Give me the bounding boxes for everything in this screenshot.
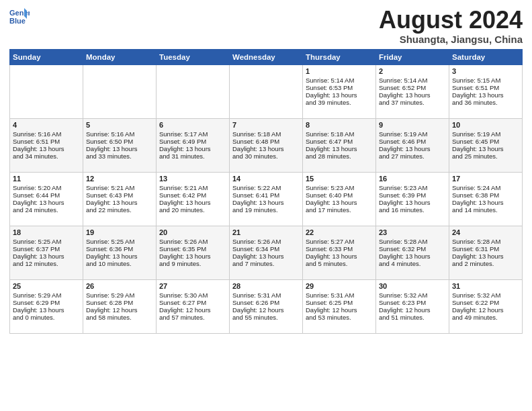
day-number: 13 — [159, 175, 226, 183]
cell-text: Sunset: 6:27 PM — [159, 299, 226, 306]
cell-text: Sunrise: 5:19 AM — [452, 130, 519, 138]
col-wednesday: Wednesday — [230, 49, 303, 64]
cell-text: Sunset: 6:43 PM — [86, 191, 153, 199]
day-number: 3 — [452, 67, 519, 75]
cell-text: Daylight: 13 hours — [452, 145, 519, 152]
cell-text: Sunrise: 5:14 AM — [379, 77, 446, 84]
cell-text: Sunset: 6:46 PM — [379, 138, 446, 145]
cell-text: Sunset: 6:47 PM — [306, 138, 373, 145]
day-number: 16 — [379, 175, 446, 183]
cell-text: Daylight: 13 hours — [306, 199, 373, 206]
calendar-cell: 14Sunrise: 5:22 AMSunset: 6:41 PMDayligh… — [230, 172, 303, 226]
cell-text: Sunrise: 5:16 AM — [13, 130, 80, 138]
cell-text: and 34 minutes. — [13, 152, 80, 160]
calendar-cell: 19Sunrise: 5:25 AMSunset: 6:36 PMDayligh… — [83, 226, 157, 279]
cell-text: Sunrise: 5:31 AM — [306, 291, 373, 299]
cell-text: Sunset: 6:48 PM — [232, 138, 300, 145]
cell-text: Daylight: 13 hours — [13, 145, 80, 152]
cell-text: Daylight: 13 hours — [232, 199, 300, 206]
cell-text: Sunrise: 5:32 AM — [379, 291, 446, 299]
cell-text: Daylight: 13 hours — [159, 253, 226, 260]
cell-text: and 25 minutes. — [452, 152, 519, 160]
col-tuesday: Tuesday — [157, 49, 230, 64]
cell-text: Daylight: 12 hours — [452, 306, 519, 314]
cell-text: Sunrise: 5:23 AM — [306, 184, 373, 191]
cell-text: Sunset: 6:33 PM — [306, 245, 373, 253]
header-row: Sunday Monday Tuesday Wednesday Thursday… — [10, 49, 523, 64]
day-number: 1 — [306, 67, 373, 75]
calendar-container: General Blue August 2024 Shuangta, Jiang… — [0, 0, 532, 339]
day-number: 14 — [232, 175, 300, 183]
cell-text: Sunset: 6:50 PM — [86, 138, 153, 145]
calendar-cell: 2Sunrise: 5:14 AMSunset: 6:52 PMDaylight… — [376, 64, 449, 118]
calendar-cell: 29Sunrise: 5:31 AMSunset: 6:25 PMDayligh… — [303, 279, 376, 333]
cell-text: Sunrise: 5:20 AM — [13, 184, 80, 191]
cell-text: Sunset: 6:29 PM — [13, 299, 80, 306]
calendar-cell: 17Sunrise: 5:24 AMSunset: 6:38 PMDayligh… — [449, 172, 523, 226]
cell-text: Sunrise: 5:26 AM — [232, 238, 300, 245]
col-friday: Friday — [376, 49, 449, 64]
cell-text: and 55 minutes. — [232, 314, 300, 321]
cell-text: and 58 minutes. — [86, 314, 153, 321]
calendar-cell: 4Sunrise: 5:16 AMSunset: 6:51 PMDaylight… — [10, 118, 83, 172]
day-number: 15 — [306, 175, 373, 183]
col-sunday: Sunday — [10, 49, 83, 64]
cell-text: and 4 minutes. — [379, 260, 446, 267]
cell-text: Daylight: 13 hours — [13, 306, 80, 314]
cell-text: Sunset: 6:53 PM — [306, 84, 373, 91]
cell-text: Sunrise: 5:31 AM — [232, 291, 300, 299]
cell-text: Sunset: 6:51 PM — [13, 138, 80, 145]
day-number: 26 — [86, 282, 153, 290]
calendar-cell: 24Sunrise: 5:28 AMSunset: 6:31 PMDayligh… — [449, 226, 523, 279]
day-number: 5 — [86, 121, 153, 129]
cell-text: Daylight: 13 hours — [379, 199, 446, 206]
cell-text: and 57 minutes. — [159, 314, 226, 321]
title-block: August 2024 Shuangta, Jiangsu, China — [379, 7, 523, 45]
cell-text: Sunset: 6:44 PM — [13, 191, 80, 199]
cell-text: and 27 minutes. — [379, 152, 446, 160]
calendar-cell: 11Sunrise: 5:20 AMSunset: 6:44 PMDayligh… — [10, 172, 83, 226]
cell-text: Sunrise: 5:22 AM — [232, 184, 300, 191]
cell-text: Sunset: 6:39 PM — [379, 191, 446, 199]
calendar-cell: 22Sunrise: 5:27 AMSunset: 6:33 PMDayligh… — [303, 226, 376, 279]
col-saturday: Saturday — [449, 49, 523, 64]
cell-text: Sunrise: 5:19 AM — [379, 130, 446, 138]
header: General Blue August 2024 Shuangta, Jiang… — [9, 7, 523, 45]
cell-text: and 49 minutes. — [452, 314, 519, 321]
calendar-cell: 8Sunrise: 5:18 AMSunset: 6:47 PMDaylight… — [303, 118, 376, 172]
cell-text: Sunrise: 5:18 AM — [232, 130, 300, 138]
cell-text: Daylight: 12 hours — [379, 306, 446, 314]
cell-text: Daylight: 13 hours — [86, 145, 153, 152]
cell-text: Daylight: 13 hours — [306, 91, 373, 99]
cell-text: Sunset: 6:36 PM — [86, 245, 153, 253]
cell-text: and 16 minutes. — [379, 206, 446, 214]
cell-text: Sunset: 6:25 PM — [306, 299, 373, 306]
calendar-cell: 1Sunrise: 5:14 AMSunset: 6:53 PMDaylight… — [303, 64, 376, 118]
calendar-cell: 20Sunrise: 5:26 AMSunset: 6:35 PMDayligh… — [157, 226, 230, 279]
cell-text: Sunrise: 5:27 AM — [306, 238, 373, 245]
cell-text: and 22 minutes. — [86, 206, 153, 214]
cell-text: Daylight: 13 hours — [86, 199, 153, 206]
calendar-cell: 15Sunrise: 5:23 AMSunset: 6:40 PMDayligh… — [303, 172, 376, 226]
logo: General Blue — [9, 7, 30, 26]
cell-text: Sunset: 6:26 PM — [232, 299, 300, 306]
calendar-cell: 9Sunrise: 5:19 AMSunset: 6:46 PMDaylight… — [376, 118, 449, 172]
calendar-cell: 3Sunrise: 5:15 AMSunset: 6:51 PMDaylight… — [449, 64, 523, 118]
calendar-cell: 13Sunrise: 5:21 AMSunset: 6:42 PMDayligh… — [157, 172, 230, 226]
calendar-cell: 30Sunrise: 5:32 AMSunset: 6:23 PMDayligh… — [376, 279, 449, 333]
cell-text: Daylight: 12 hours — [86, 306, 153, 314]
month-title: August 2024 — [379, 7, 523, 34]
day-number: 17 — [452, 175, 519, 183]
day-number: 8 — [306, 121, 373, 129]
cell-text: Sunrise: 5:28 AM — [452, 238, 519, 245]
calendar-week-4: 25Sunrise: 5:29 AMSunset: 6:29 PMDayligh… — [10, 279, 523, 333]
cell-text: Sunset: 6:45 PM — [452, 138, 519, 145]
day-number: 20 — [159, 228, 226, 236]
cell-text: Sunrise: 5:32 AM — [452, 291, 519, 299]
cell-text: Sunrise: 5:17 AM — [159, 130, 226, 138]
cell-text: Sunset: 6:37 PM — [13, 245, 80, 253]
calendar-cell: 7Sunrise: 5:18 AMSunset: 6:48 PMDaylight… — [230, 118, 303, 172]
cell-text: Sunrise: 5:21 AM — [159, 184, 226, 191]
calendar-cell: 31Sunrise: 5:32 AMSunset: 6:22 PMDayligh… — [449, 279, 523, 333]
cell-text: Daylight: 13 hours — [452, 253, 519, 260]
